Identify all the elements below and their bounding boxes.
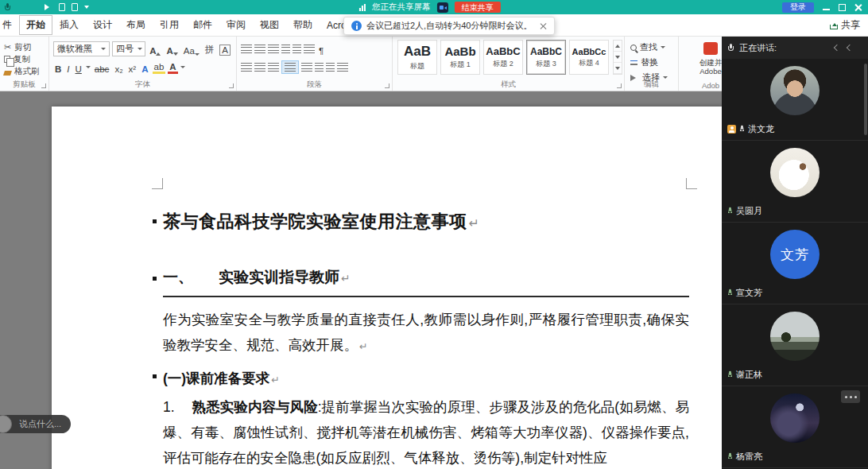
copy-button[interactable]: 复制 xyxy=(0,53,48,65)
character-border-button[interactable]: A xyxy=(218,42,232,56)
tab-help[interactable]: 帮助 xyxy=(286,15,320,35)
multilevel-list-icon[interactable] xyxy=(268,45,279,53)
chat-hint-pill[interactable]: 说点什么... xyxy=(0,415,71,433)
font-dialog-launcher[interactable] xyxy=(229,83,234,88)
doc-icon-2[interactable] xyxy=(72,3,78,11)
styles-dialog-launcher[interactable] xyxy=(617,83,622,88)
chevron-down-icon[interactable] xyxy=(180,66,185,68)
editing-group-label: 编辑 xyxy=(625,79,678,90)
subscript-button[interactable]: x₂ xyxy=(113,60,124,74)
style-card-heading4[interactable]: AaBbCc 标题 4 xyxy=(569,40,609,75)
tab-references[interactable]: 引用 xyxy=(153,15,186,35)
decrease-indent-icon[interactable] xyxy=(281,45,290,53)
grow-font-button[interactable]: A xyxy=(148,42,162,56)
bullets-icon[interactable] xyxy=(241,45,252,53)
font-group: 微软雅黑 四号 A A Aa 拼 A B I U abc x₂ xyxy=(49,37,237,91)
chevron-down-icon[interactable] xyxy=(86,66,91,68)
align-left-icon[interactable] xyxy=(241,63,252,72)
tab-review[interactable]: 审阅 xyxy=(219,15,253,35)
cut-button[interactable]: ✂ 剪切 xyxy=(0,41,48,53)
paragraph-mark: ↵ xyxy=(341,273,350,285)
increase-indent-icon[interactable] xyxy=(293,45,301,53)
tab-view[interactable]: 视图 xyxy=(253,15,286,35)
italic-button[interactable]: I xyxy=(65,60,71,74)
style-marker xyxy=(153,374,157,378)
collapse-panel-icon-2[interactable] xyxy=(847,45,853,51)
gallery-down-icon[interactable] xyxy=(614,52,622,63)
bold-button[interactable]: B xyxy=(53,60,63,74)
borders-icon[interactable] xyxy=(337,63,348,72)
gallery-up-icon[interactable] xyxy=(614,41,622,52)
shrink-font-button[interactable]: A xyxy=(165,42,179,56)
maximize-icon[interactable] xyxy=(839,4,846,11)
toast-close-icon[interactable] xyxy=(540,22,547,29)
font-color-button[interactable]: A xyxy=(168,60,177,74)
document-page[interactable]: 茶与食品科技学院实验室使用注意事项↵ 一、实验实训指导教师↵ 作为实验室安全与教… xyxy=(52,107,722,469)
word-share-button[interactable]: 共享 xyxy=(829,18,860,32)
close-icon[interactable] xyxy=(854,4,862,11)
style-card-title[interactable]: AaB 标题 xyxy=(397,40,437,75)
paragraph-dialog-launcher[interactable] xyxy=(385,83,389,88)
tab-file-partial[interactable]: 件 xyxy=(0,15,19,35)
tab-mailings[interactable]: 邮件 xyxy=(186,15,219,35)
superscript-button[interactable]: x² xyxy=(127,60,138,74)
strikethrough-button[interactable]: abc xyxy=(93,60,111,74)
collapse-panel-icon[interactable] xyxy=(834,45,840,51)
phonetic-guide-button[interactable]: 拼 xyxy=(203,42,216,56)
doc-icon[interactable] xyxy=(59,3,65,11)
mic-icon xyxy=(728,453,733,460)
scissors-icon: ✂ xyxy=(4,43,11,52)
panel-scrollbar[interactable] xyxy=(864,64,867,135)
tab-layout[interactable]: 布局 xyxy=(119,15,153,35)
styles-group-label: 样式 xyxy=(393,79,624,90)
font-name-combo[interactable]: 微软雅黑 xyxy=(53,41,110,56)
avatar: 文芳 xyxy=(770,230,820,279)
underline-button[interactable]: U xyxy=(74,60,83,74)
replace-icon xyxy=(630,60,637,66)
participant-tile[interactable]: 洪文龙 xyxy=(722,59,868,141)
font-size-combo[interactable]: 四号 xyxy=(112,41,145,56)
justify-icon[interactable] xyxy=(281,60,299,74)
minimize-icon[interactable] xyxy=(823,4,830,11)
chevron-down-icon[interactable] xyxy=(84,6,89,9)
participant-tile[interactable]: 谢正林 xyxy=(722,304,868,386)
login-button[interactable]: 登录 xyxy=(782,2,814,13)
tab-design[interactable]: 设计 xyxy=(86,15,119,35)
style-card-heading3[interactable]: AaBbC 标题 3 xyxy=(526,40,566,75)
participant-tile[interactable]: 文芳 宣文芳 xyxy=(722,223,868,304)
style-card-heading1[interactable]: AaBb 标题 1 xyxy=(440,40,480,75)
replace-button[interactable]: 替换 xyxy=(625,55,678,70)
tab-home[interactable]: 开始 xyxy=(19,15,52,35)
speaker-icon[interactable] xyxy=(45,4,52,10)
create-share-adobe-button[interactable]: 创建并 Adobe xyxy=(679,42,722,76)
mic-icon[interactable] xyxy=(5,3,10,12)
participant-name: 宣文芳 xyxy=(736,287,762,299)
line-spacing-icon[interactable] xyxy=(315,63,324,72)
align-center-icon[interactable] xyxy=(254,63,265,72)
chevron-down-icon xyxy=(101,48,106,50)
participant-tile[interactable]: 吴圆月 xyxy=(722,141,868,223)
numbering-icon[interactable] xyxy=(254,45,265,53)
align-right-icon[interactable] xyxy=(268,63,279,72)
clipboard-dialog-launcher[interactable] xyxy=(41,83,46,88)
format-painter-button[interactable]: 格式刷 xyxy=(0,65,48,77)
shading-icon[interactable] xyxy=(326,63,335,72)
style-card-heading2[interactable]: AaBbC 标题 2 xyxy=(483,40,523,75)
more-options-button[interactable] xyxy=(841,390,860,403)
document-body: 茶与食品科技学院实验室使用注意事项↵ 一、实验实训指导教师↵ 作为实验室安全与教… xyxy=(163,107,689,469)
gallery-more-icon[interactable] xyxy=(614,63,622,74)
change-case-button[interactable]: Aa xyxy=(182,42,201,56)
end-share-button[interactable]: 结束共享 xyxy=(454,2,500,13)
text-effects-button[interactable]: A xyxy=(140,60,149,74)
text-boundary-mark-right xyxy=(686,178,697,189)
paragraph-mark-button[interactable]: ¶ xyxy=(317,42,325,56)
chat-avatar xyxy=(0,415,12,433)
find-button[interactable]: 查找 xyxy=(625,40,678,55)
document-paragraph: 作为实验室安全与教学质量的直接责任人,教师需以身作则,严格履行管理职责,确保实验… xyxy=(163,307,689,359)
participant-tile[interactable]: 杨雷亮 xyxy=(722,386,868,468)
sort-icon[interactable] xyxy=(304,45,315,53)
distribute-icon[interactable] xyxy=(301,63,312,72)
participant-name: 杨雷亮 xyxy=(736,451,762,463)
highlight-color-button[interactable]: ab xyxy=(153,60,166,74)
tab-insert[interactable]: 插入 xyxy=(52,15,86,35)
